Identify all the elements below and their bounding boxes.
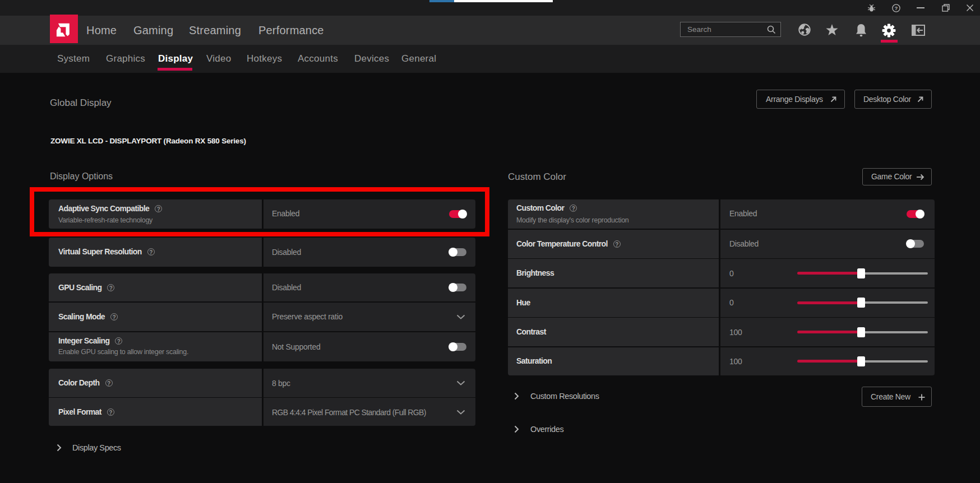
svg-text:?: ? (895, 5, 898, 11)
